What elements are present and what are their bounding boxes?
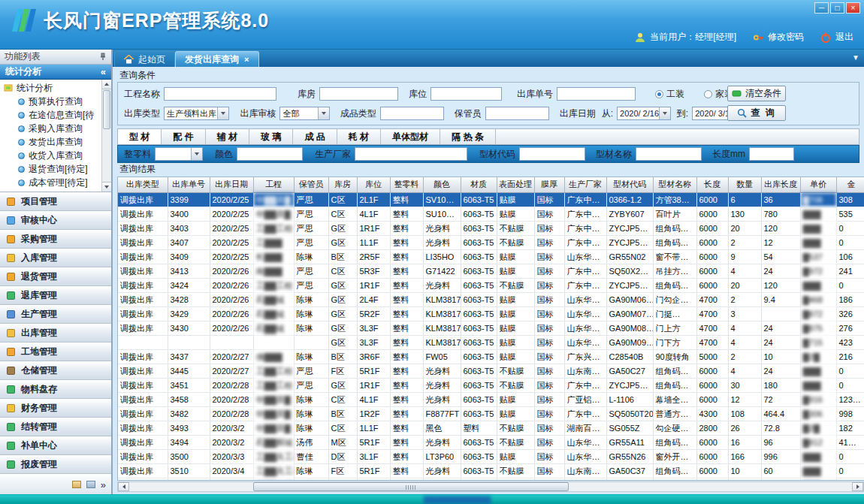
column-header[interactable]: 型材名称 [653, 177, 696, 192]
table-cell[interactable]: 26 [728, 421, 761, 435]
scroll-down-icon[interactable] [102, 182, 111, 192]
table-cell[interactable]: 36 [761, 192, 800, 207]
tree-item[interactable]: 采购入库查询 [0, 122, 111, 135]
table-cell[interactable]: 3445 [168, 364, 210, 378]
table-row[interactable]: 调拨出库34132020/2/26南▓▓▓严思C区5R3F整料G71422606… [118, 264, 864, 278]
table-cell[interactable]: 调拨出库 [118, 292, 168, 306]
order-no-input[interactable] [557, 87, 636, 101]
tree-item[interactable]: 发货出库查询 [0, 135, 111, 149]
table-cell[interactable]: 3L3F [357, 321, 390, 335]
table-cell[interactable]: SQ50X2… [606, 264, 653, 278]
table-cell[interactable]: 241 [836, 264, 864, 278]
sidebar-item[interactable]: 工地管理 [0, 343, 111, 361]
table-cell[interactable]: 6000 [696, 449, 728, 463]
table-cell[interactable]: 2020/2/26 [210, 321, 253, 335]
table-cell[interactable]: ▓▓▓ [800, 221, 836, 235]
table-cell[interactable]: 湖南百… [564, 421, 606, 435]
table-cell[interactable]: 0 [836, 235, 864, 249]
more-groups-icon[interactable]: » [101, 479, 106, 490]
table-cell[interactable]: 9 [728, 249, 761, 264]
table-cell[interactable]: 吊挂方… [653, 264, 696, 278]
table-cell[interactable]: 窗外开… [653, 449, 696, 463]
table-row[interactable]: 调拨出库34092020/2/25长▓▓▓陈琳B区2R5F整料LI35HO606… [118, 249, 864, 264]
table-cell[interactable]: 130 [728, 207, 761, 221]
table-cell[interactable]: 山东华… [564, 449, 606, 463]
table-cell[interactable]: 贴膜 [497, 392, 534, 406]
table-cell[interactable]: 2020/2/25 [210, 249, 253, 264]
table-cell[interactable]: 6063-T5 [461, 321, 497, 335]
outbound-audit-select[interactable]: 全部 [279, 107, 329, 120]
table-cell[interactable]: 60 [761, 478, 800, 481]
table-cell[interactable]: C28540B [606, 349, 653, 364]
table-cell[interactable]: SG055Z [606, 421, 653, 435]
column-header[interactable]: 金 [836, 177, 864, 192]
column-header[interactable]: 材质 [461, 177, 497, 192]
table-cell[interactable]: 4 [728, 321, 761, 335]
column-header[interactable]: 库位 [357, 177, 390, 192]
table-cell[interactable]: 国标 [534, 207, 564, 221]
table-cell[interactable]: 2020/3/4 [210, 478, 253, 481]
table-cell[interactable]: 石▓▓辉城 [253, 435, 294, 449]
table-cell[interactable]: 广东中… [564, 406, 606, 421]
column-header[interactable]: 生产厂家 [564, 177, 606, 192]
table-cell[interactable]: 1L1F [357, 421, 390, 435]
project-name-input[interactable] [164, 87, 276, 101]
table-cell[interactable]: ▓▓▓ [800, 235, 836, 249]
table-cell[interactable]: 2020/2/26 [210, 292, 253, 306]
table-cell[interactable]: 2020/3/2 [210, 421, 253, 435]
table-cell[interactable]: ▓▓▓ [800, 478, 836, 481]
table-cell[interactable]: ▓▓▓ [800, 278, 836, 292]
table-cell[interactable]: 2020/2/25 [210, 235, 253, 249]
table-cell[interactable]: G71422 [423, 264, 461, 278]
table-cell[interactable]: 6000 [696, 463, 728, 478]
table-cell[interactable]: SV10… [423, 192, 461, 207]
table-cell[interactable]: 国标 [534, 249, 564, 264]
whole-part-select[interactable]: 全部 [155, 147, 203, 161]
table-cell[interactable]: 光身料 [423, 478, 461, 481]
table-cell[interactable]: 1L1F [357, 235, 390, 249]
table-cell[interactable]: 调拨出库 [118, 435, 168, 449]
table-cell[interactable]: 6063-T5 [461, 378, 497, 392]
tree-item[interactable]: 在途信息查询[待 [0, 108, 111, 122]
table-cell[interactable]: FW05 [423, 349, 461, 364]
table-cell[interactable]: GR55N26 [606, 449, 653, 463]
table-cell[interactable]: 整料 [390, 321, 423, 335]
table-cell[interactable]: 6063-T5 [461, 207, 497, 221]
table-cell[interactable]: 贴膜 [497, 349, 534, 364]
table-cell[interactable]: 组角码… [653, 463, 696, 478]
table-cell[interactable]: 调拨出库 [118, 478, 168, 481]
table-cell[interactable]: LI35HO [423, 249, 461, 264]
table-cell[interactable]: 门挺… [653, 306, 696, 321]
table-cell[interactable]: KLM3817 [423, 335, 461, 349]
table-cell[interactable]: 90度转角 [653, 349, 696, 364]
table-cell[interactable]: G区 [328, 378, 357, 392]
table-cell[interactable]: 华▓▓原▓ [253, 392, 294, 406]
table-cell[interactable]: 南▓▓▓ [253, 264, 294, 278]
keeper-input[interactable] [485, 107, 549, 120]
table-cell[interactable]: KLM3817 [423, 321, 461, 335]
table-cell[interactable]: GA90M07… [606, 306, 653, 321]
table-cell[interactable]: 不贴膜 [497, 478, 534, 481]
tree-item[interactable]: 收货入库查询 [0, 149, 111, 162]
table-cell[interactable]: G区 [328, 235, 357, 249]
table-cell[interactable]: 华▓▓原▓ [253, 192, 294, 207]
column-header[interactable]: 颜色 [423, 177, 461, 192]
table-cell[interactable]: 3430 [168, 321, 210, 335]
table-cell[interactable]: ▓972 [800, 264, 836, 278]
table-cell[interactable]: 2020/2/25 [210, 192, 253, 207]
table-cell[interactable]: 5R1F [357, 435, 390, 449]
table-cell[interactable]: 1R2F [357, 406, 390, 421]
table-cell[interactable]: 3400 [168, 207, 210, 221]
table-cell[interactable]: 2020/2/27 [210, 349, 253, 364]
table-cell[interactable]: 6000 [696, 207, 728, 221]
table-cell[interactable]: 国标 [534, 406, 564, 421]
table-cell[interactable]: G区 [328, 292, 357, 306]
table-cell[interactable]: 严思 [294, 278, 328, 292]
table-row[interactable]: 调拨出库34032020/2/25工▓▓工程严思G区1R1F整料光身料6063-… [118, 221, 864, 235]
table-cell[interactable]: 调拨出库 [118, 278, 168, 292]
table-cell[interactable]: 整料 [390, 292, 423, 306]
sidebar-item[interactable]: 入库管理 [0, 249, 111, 267]
table-row[interactable]: 调拨出库35002020/3/3工▓▓共工程曹佳D区3L1F整料LT3P6060… [118, 449, 864, 463]
table-cell[interactable]: 6063-T5 [461, 278, 497, 292]
table-cell[interactable]: 贴膜 [497, 449, 534, 463]
